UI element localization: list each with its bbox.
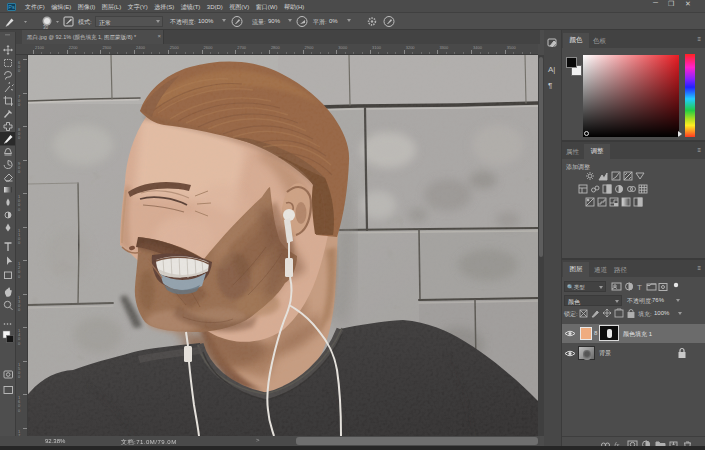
svg-text:¶: ¶ — [548, 81, 552, 90]
svg-text:A|: A| — [548, 65, 555, 74]
svg-text:T: T — [637, 283, 642, 292]
